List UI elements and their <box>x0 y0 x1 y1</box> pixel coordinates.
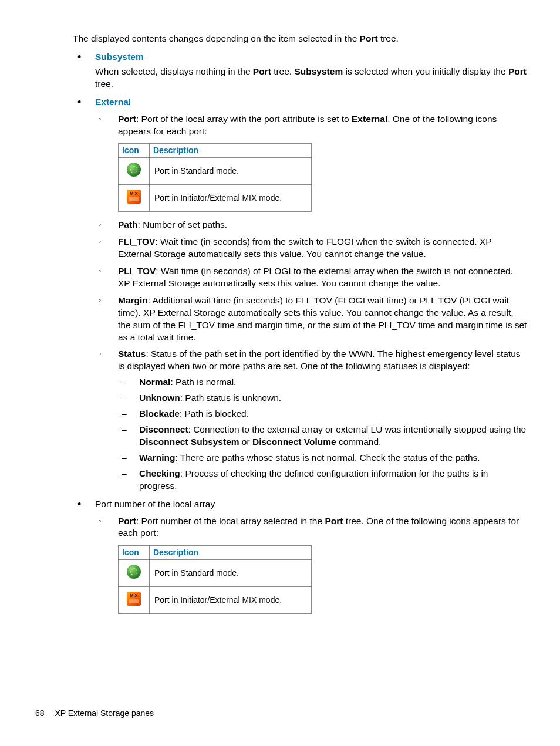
port-mix-icon <box>127 592 141 606</box>
warning-label: Warning <box>139 453 175 463</box>
external-sublist: Port: Port of the local array with the p… <box>98 113 527 492</box>
sub-b2: Subsystem <box>294 66 343 76</box>
external-flitov-item: FLI_TOV: Wait time (in seconds) from the… <box>98 236 527 261</box>
plitov-text: : Wait time (in seconds) of PLOGI to the… <box>118 266 513 288</box>
table-header-row: Icon Description <box>119 546 312 560</box>
disc-p2: or <box>239 437 252 447</box>
port-mix-icon <box>127 190 141 204</box>
disc-b2: Disconnect Volume <box>252 437 336 447</box>
ext-port-b1: External <box>352 114 387 124</box>
subsystem-heading: Subsystem <box>95 52 144 62</box>
sub-p2: tree. <box>271 66 295 76</box>
portnum-icon-table: Icon Description Port in Standard mode. … <box>118 545 312 614</box>
subsystem-desc: When selected, displays nothing in the P… <box>95 66 527 90</box>
warning-text: : There are paths whose status is not no… <box>175 453 480 463</box>
ext-port-p1: : Port of the local array with the port … <box>136 114 352 124</box>
status-list: Normal: Path is normal. Unknown: Path st… <box>122 376 527 492</box>
status-warning: Warning: There are paths whose status is… <box>122 452 527 464</box>
page-footer: 68 XP External Storage panes <box>35 708 154 719</box>
icon-cell-mix <box>119 185 150 212</box>
disc-p3: command. <box>336 437 382 447</box>
th-icon: Icon <box>119 144 150 158</box>
normal-text: : Path is normal. <box>170 377 236 387</box>
th-icon-2: Icon <box>119 546 150 560</box>
icon-cell-mix-2 <box>119 587 150 614</box>
page: The displayed contents changes depending… <box>0 0 560 746</box>
external-port-icon-table: Icon Description Port in Standard mode. … <box>118 143 312 212</box>
checking-text: : Process of checking the defined config… <box>139 468 488 491</box>
status-text: : Status of the path set in the port ide… <box>118 349 521 371</box>
intro-bold: Port <box>360 33 378 43</box>
status-normal: Normal: Path is normal. <box>122 376 527 389</box>
table-row: Port in Standard mode. <box>119 560 312 587</box>
external-heading: External <box>95 97 131 107</box>
path-label: Path <box>118 220 138 229</box>
desc-cell-standard: Port in Standard mode. <box>150 158 312 185</box>
normal-label: Normal <box>139 377 170 387</box>
status-disconnect: Disconnect: Connection to the external a… <box>122 424 527 448</box>
disc-b1: Disconnect Subsystem <box>139 437 239 447</box>
table-row: Port in Initiator/External MIX mode. <box>119 587 312 614</box>
footer-title: XP External Storage panes <box>55 708 154 718</box>
portnum-item: Port number of the local array Port: Por… <box>77 498 527 614</box>
disconnect-label: Disconnect <box>139 424 188 434</box>
table-header-row: Icon Description <box>119 144 312 158</box>
sub-p1: When selected, displays nothing in the <box>95 66 253 76</box>
sub-p4: tree. <box>95 79 113 89</box>
icon-cell-standard-2 <box>119 560 150 587</box>
path-text: : Number of set paths. <box>138 220 228 229</box>
flitov-text: : Wait time (in seconds) from the switch… <box>118 237 491 259</box>
portnum-sublist: Port: Port number of the local array sel… <box>98 515 527 615</box>
pn-port-b1: Port <box>325 516 343 526</box>
margin-label: Margin <box>118 295 148 305</box>
subsystem-item: Subsystem When selected, displays nothin… <box>77 51 527 90</box>
status-blockade: Blockade: Path is blocked. <box>122 408 527 420</box>
sub-b3: Port <box>508 66 527 76</box>
top-list: Subsystem When selected, displays nothin… <box>77 51 527 614</box>
table-row: Port in Initiator/External MIX mode. <box>119 185 312 212</box>
intro-pre: The displayed contents changes depending… <box>73 33 360 43</box>
portnum-port-item: Port: Port number of the local array sel… <box>98 515 527 615</box>
blockade-label: Blockade <box>139 409 180 418</box>
unknown-text: : Path status is unknown. <box>180 393 281 403</box>
th-desc: Description <box>150 144 312 158</box>
flitov-label: FLI_TOV <box>118 237 155 247</box>
table-row: Port in Standard mode. <box>119 158 312 185</box>
unknown-label: Unknown <box>139 393 180 403</box>
intro-post: tree. <box>378 33 399 43</box>
margin-text: : Additional wait time (in seconds) to F… <box>118 295 527 342</box>
status-unknown: Unknown: Path status is unknown. <box>122 392 527 404</box>
external-path-item: Path: Number of set paths. <box>98 219 527 231</box>
plitov-label: PLI_TOV <box>118 266 156 276</box>
desc-cell-standard-2: Port in Standard mode. <box>150 560 312 587</box>
external-status-item: Status: Status of the path set in the po… <box>98 348 527 492</box>
checking-label: Checking <box>139 468 180 478</box>
external-margin-item: Margin: Additional wait time (in seconds… <box>98 295 527 344</box>
icon-cell-standard <box>119 158 150 185</box>
status-label: Status <box>118 349 146 359</box>
disc-p1: : Connection to the external array or ex… <box>188 424 527 434</box>
portnum-heading: Port number of the local array <box>95 499 215 509</box>
sub-b1: Port <box>253 66 271 76</box>
page-number: 68 <box>35 708 45 718</box>
pn-port-p1: : Port number of the local array selecte… <box>136 516 325 526</box>
pn-port-label: Port <box>118 516 136 526</box>
status-checking: Checking: Process of checking the define… <box>122 468 527 492</box>
ext-port-label: Port <box>118 114 136 124</box>
port-standard-icon <box>127 163 141 177</box>
external-item: External Port: Port of the local array w… <box>77 96 527 492</box>
blockade-text: : Path is blocked. <box>180 409 249 418</box>
external-port-item: Port: Port of the local array with the p… <box>98 113 527 212</box>
desc-cell-mix: Port in Initiator/External MIX mode. <box>150 185 312 212</box>
port-standard-icon <box>127 565 141 579</box>
intro-text: The displayed contents changes depending… <box>73 33 527 45</box>
th-desc-2: Description <box>150 546 312 560</box>
external-plitov-item: PLI_TOV: Wait time (in seconds) of PLOGI… <box>98 265 527 290</box>
desc-cell-mix-2: Port in Initiator/External MIX mode. <box>150 587 312 614</box>
sub-p3: is selected when you initially display t… <box>343 66 508 76</box>
